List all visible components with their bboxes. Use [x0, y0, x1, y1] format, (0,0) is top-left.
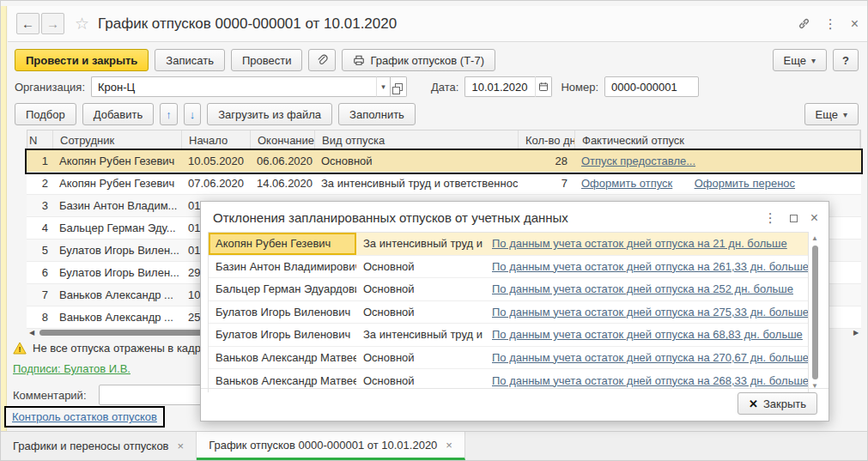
arrow-down-icon: ↓	[190, 108, 196, 121]
cell-vacation-type: Основной	[356, 306, 485, 318]
cell-n: 1	[27, 155, 52, 167]
column-header-type[interactable]: Вид отпуска	[315, 130, 519, 149]
window-menu-icon[interactable]: ⋮	[824, 16, 837, 32]
move-up-button[interactable]: ↑	[160, 103, 178, 125]
deviation-link[interactable]: По данным учета остаток дней отпуска на …	[492, 282, 793, 295]
column-header-days[interactable]: Кол-во дн.	[519, 130, 575, 149]
dialog-close-button[interactable]: ✕ Закрыть	[737, 392, 817, 415]
cell-n: 4	[27, 221, 52, 234]
paperclip-icon	[316, 54, 328, 66]
dialog-menu-icon[interactable]: ⋮	[764, 210, 777, 226]
fact-transfer-link[interactable]: Оформить перенос	[695, 177, 795, 190]
table-more-button[interactable]: Еще▾	[804, 103, 859, 125]
deviation-link[interactable]: По данным учета остаток дней отпуска на …	[492, 306, 808, 318]
cell-n: 5	[27, 244, 52, 257]
column-header-employee[interactable]: Сотрудник	[53, 130, 182, 149]
organization-label: Организация:	[15, 81, 85, 94]
cell-n: 2	[27, 177, 52, 190]
tab-label: Графики и переносы отпусков	[13, 440, 169, 452]
chevron-down-icon: ▾	[381, 82, 385, 91]
fact-vacation-link[interactable]: Оформить отпуск	[581, 177, 691, 190]
back-button[interactable]: ←	[16, 13, 39, 34]
print-t7-button[interactable]: График отпусков (Т-7)	[342, 49, 495, 71]
help-button[interactable]: ?	[833, 49, 859, 71]
move-down-button[interactable]: ↓	[184, 103, 202, 125]
fact-vacation-link[interactable]: Отпуск предоставле...	[581, 155, 695, 167]
cell-vacation-type: За интенсивный труд и отве...	[356, 237, 485, 250]
table-header: N Сотрудник Начало Окончание Вид отпуска…	[27, 130, 861, 150]
fill-button[interactable]: Заполнить	[338, 103, 416, 125]
dialog-close-icon[interactable]: ×	[810, 210, 818, 226]
cell-vacation-type: За интенсивный труд и отве...	[356, 328, 485, 341]
cell-n: 7	[27, 288, 52, 301]
cell-vacation-type: Основной	[356, 374, 485, 387]
cell-employee: Булатов Игорь Вилен...	[52, 244, 181, 257]
document-header-form: Организация: Крон-Ц ▾ Дата: 10.01.2020 Н…	[8, 75, 867, 99]
deviation-row-selected[interactable]: Акопян Рубен Гезевич За интенсивный труд…	[209, 233, 808, 256]
scroll-up-icon[interactable]: ▲	[811, 234, 818, 243]
deviation-row[interactable]: Бальцер Герман Эдуардович Основной По да…	[209, 278, 808, 301]
toolbar-more-button[interactable]: Еще▾	[773, 49, 827, 71]
deviations-list: Акопян Рубен Гезевич За интенсивный труд…	[208, 232, 809, 392]
deviation-row[interactable]: Ваньков Александр Матвее... Основной По …	[209, 347, 808, 370]
table-row[interactable]: 2 Акопян Рубен Гезевич 07.06.2020 14.06.…	[27, 173, 861, 195]
pick-button[interactable]: Подбор	[15, 103, 76, 125]
deviation-link[interactable]: По данным учета остаток дней отпуска на …	[492, 237, 787, 250]
dialog-vertical-scrollbar[interactable]: ▲ ▼	[810, 234, 820, 391]
tab-close-icon[interactable]: ×	[178, 440, 185, 452]
deviation-link[interactable]: По данным учета остаток дней отпуска на …	[492, 374, 808, 387]
cell-vacation-type: Основной	[356, 351, 485, 364]
post-and-close-button[interactable]: Провести и закрыть	[15, 49, 149, 71]
signatures-link[interactable]: Подписи: Булатов И.В.	[13, 362, 131, 375]
column-header-start[interactable]: Начало	[182, 130, 251, 149]
cell-vacation-type: Основной	[356, 260, 485, 273]
scroll-right-icon[interactable]: ▶	[851, 329, 861, 337]
deviations-dialog: Отклонения запланированных отпусков от у…	[200, 201, 829, 422]
cell-type: За интенсивный труд и ответственность	[314, 177, 518, 190]
cell-employee: Ваньков Александр ...	[52, 311, 181, 324]
organization-open-button[interactable]	[391, 76, 407, 97]
vacation-balance-control-focus-box: Контроль остатков отпусков	[4, 406, 165, 428]
fill-label: Заполнить	[349, 108, 404, 121]
organization-value: Крон-Ц	[98, 81, 135, 94]
deviation-row[interactable]: Базин Антон Владимирович Основной По дан…	[209, 256, 808, 279]
date-label: Дата:	[431, 81, 458, 94]
organization-dropdown-button[interactable]: ▾	[376, 76, 391, 97]
column-header-fact[interactable]: Фактический отпуск	[575, 130, 860, 149]
title-bar: ← → ☆ График отпусков 0000-000001 от 10.…	[8, 6, 867, 42]
cell-employee: Акопян Рубен Гезевич	[52, 155, 181, 167]
number-input[interactable]: 0000-000001	[604, 76, 699, 97]
tab-close-icon[interactable]: ×	[446, 439, 452, 452]
attachments-button[interactable]	[308, 49, 336, 71]
deviation-row[interactable]: Булатов Игорь Виленович За интенсивный т…	[209, 324, 808, 347]
window-left-accent	[1, 6, 7, 432]
arrow-up-icon: ↑	[166, 108, 172, 121]
add-button[interactable]: Добавить	[82, 103, 154, 125]
post-button[interactable]: Провести	[231, 49, 303, 71]
scroll-left-icon[interactable]: ◀	[27, 329, 37, 337]
load-from-file-button[interactable]: Загрузить из файла	[207, 103, 332, 125]
organization-input[interactable]: Крон-Ц	[91, 76, 376, 97]
cell-start: 07.06.2020	[181, 177, 250, 190]
favorite-star-icon[interactable]: ☆	[75, 14, 89, 33]
dialog-scrollbar-thumb[interactable]	[812, 246, 818, 379]
deviation-link[interactable]: По данным учета остаток дней отпуска на …	[492, 328, 803, 341]
tab-vacation-schedule-document[interactable]: График отпусков 0000-000001 от 10.01.202…	[197, 432, 465, 460]
calendar-button[interactable]	[535, 76, 552, 97]
window-close-icon[interactable]: ×	[851, 16, 859, 32]
column-header-n[interactable]: N	[27, 130, 53, 149]
deviation-row[interactable]: Булатов Игорь Виленович Основной По данн…	[209, 301, 808, 325]
get-link-icon[interactable]	[798, 17, 810, 30]
deviation-link[interactable]: По данным учета остаток дней отпуска на …	[492, 351, 808, 364]
column-header-end[interactable]: Окончание	[251, 130, 315, 149]
cell-employee: Булатов Игорь Виленович	[209, 301, 356, 324]
save-button[interactable]: Записать	[155, 49, 225, 71]
tab-vacation-schedules-list[interactable]: Графики и переносы отпусков ×	[1, 432, 197, 460]
forward-button[interactable]: →	[41, 13, 64, 34]
vacation-balance-control-link[interactable]: Контроль остатков отпусков	[12, 410, 157, 423]
dialog-maximize-icon[interactable]	[790, 215, 798, 222]
cell-n: 3	[27, 199, 52, 212]
deviation-link[interactable]: По данным учета остаток дней отпуска на …	[492, 260, 808, 273]
table-row-selected[interactable]: 1 Акопян Рубен Гезевич 10.05.2020 06.06.…	[27, 150, 861, 173]
date-input[interactable]: 10.01.2020	[464, 76, 535, 97]
